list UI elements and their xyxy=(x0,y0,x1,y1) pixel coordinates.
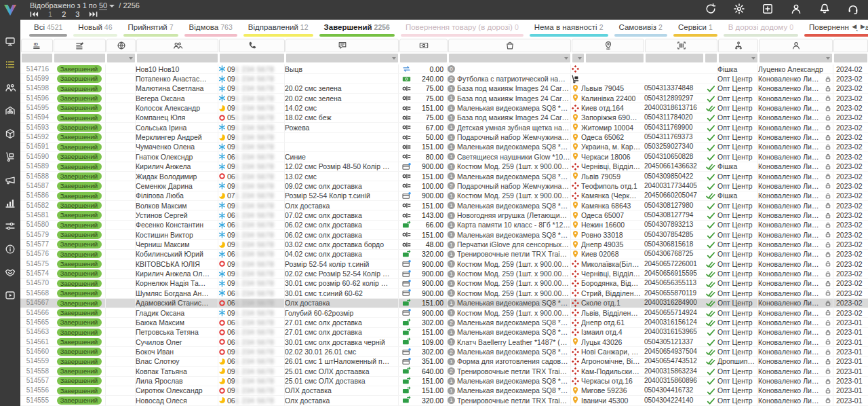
column-header-date[interactable] xyxy=(833,39,868,52)
page-button-3[interactable]: 3 xyxy=(75,10,79,18)
table-row[interactable]: 514560ЗавершенийБокоч Иван091 234 567802… xyxy=(20,347,868,356)
table-row[interactable]: 514561ЗавершенийСучилов Олег061 234 5678… xyxy=(20,337,868,347)
tab-самовивіз[interactable]: Самовивіз2 xyxy=(614,20,668,38)
table-row[interactable]: 514588ЗавершенийЖидак Володимир061 234 5… xyxy=(20,172,868,181)
account-button[interactable] xyxy=(789,2,803,16)
table-row[interactable]: 514598ЗавершенийМалютина Светлана091 234… xyxy=(20,84,868,94)
column-header-ttn[interactable] xyxy=(645,39,717,52)
column-header-manager[interactable] xyxy=(759,39,833,52)
table-row[interactable]: 514570ЗавершенийКорнелюк Надія Та…091 23… xyxy=(20,279,868,289)
column-header-comment[interactable] xyxy=(285,39,399,52)
table-row[interactable]: 514599ЗавершенийПотапенко Анастас…091 23… xyxy=(20,74,868,84)
column-header-product[interactable] xyxy=(448,39,571,52)
tab-новый[interactable]: Новый46 xyxy=(73,20,117,38)
column-header-status[interactable] xyxy=(54,39,106,52)
table-row[interactable]: 514580ЗавершенийФесенко Константин061 23… xyxy=(20,221,868,230)
sidebar-item-statistics[interactable] xyxy=(0,191,20,215)
page-button-1[interactable]: 1 xyxy=(48,10,52,18)
last-page-button[interactable] xyxy=(89,11,98,18)
table-row[interactable]: 514579ЗавершенийКостишин Виктор091 234 5… xyxy=(20,230,868,240)
sidebar-item-warehouse[interactable] xyxy=(0,99,20,122)
refresh-button[interactable] xyxy=(704,2,717,16)
tab-сервіси[interactable]: Сервіси1 xyxy=(673,20,718,38)
table-row[interactable]: 514555ЗавершенийНовосад Олеся061 234 567… xyxy=(20,396,868,405)
page-button-2[interactable]: 2 xyxy=(62,10,66,18)
add-square-button[interactable] xyxy=(761,2,774,16)
table-row[interactable]: 514594ЗавершенийКомпанец Юля051 234 5678… xyxy=(20,113,868,123)
filter-input[interactable] xyxy=(719,54,757,62)
filter-input[interactable] xyxy=(220,54,284,62)
sidebar-item-dashboard[interactable] xyxy=(0,30,20,53)
column-header-money[interactable] xyxy=(399,39,448,52)
column-header-fulfillment[interactable] xyxy=(718,39,758,52)
table-row[interactable]: 514577ЗавершенийЧерниш Максим091 234 567… xyxy=(20,240,868,249)
table-row[interactable]: 514565ЗавершенийБаюка Максим061 234 5678… xyxy=(20,318,868,327)
app-logo-icon[interactable] xyxy=(0,0,20,20)
table-row[interactable]: 514586ЗавершенийФіліпова Люба071 234 567… xyxy=(20,191,868,201)
table-row[interactable]: 514575ЗавершенийКВІТОВСЬКА ЮЛІЯ091 234 5… xyxy=(20,259,868,269)
filter-input[interactable] xyxy=(54,54,105,62)
table-row[interactable]: 514574ЗавершенийКирилич Анжела Ол…091 23… xyxy=(20,270,868,279)
filter-input[interactable] xyxy=(572,54,584,62)
table-row[interactable]: 514567ЗавершенийАдамовский Станис…061 23… xyxy=(20,299,868,308)
table-row[interactable]: 514566ЗавершенийГладик Оксана091 234 567… xyxy=(20,308,868,318)
filter-input[interactable] xyxy=(586,54,644,62)
page-size-select[interactable]: 50 xyxy=(99,1,107,10)
table-row[interactable]: 514559ЗавершенийВлас Слотюу061 234 56782… xyxy=(20,357,868,367)
filter-input[interactable] xyxy=(705,54,717,62)
tab-в-дорозі-додому[interactable]: В дорозі додому0 xyxy=(723,20,799,38)
tab-повернення-товару-в-дорозі-[interactable]: Повернення товару (в дорозі)0 xyxy=(400,20,524,38)
tab-прийнятий[interactable]: Прийнятий7 xyxy=(123,20,179,38)
sidebar-item-partners[interactable] xyxy=(0,261,20,284)
filter-input[interactable] xyxy=(286,54,398,62)
table-row[interactable]: 514563ЗавершенийПетровська Тетяна061 234… xyxy=(20,328,868,337)
table-row[interactable]: 514590ЗавершенийГнатюк Олексндр061 234 5… xyxy=(20,152,868,162)
gear-button[interactable] xyxy=(732,2,746,16)
sidebar-item-video-help[interactable] xyxy=(0,284,20,307)
column-header-phone[interactable] xyxy=(219,39,285,52)
table-row[interactable]: 514557ЗавершенийЛила Ярослав091 234 5678… xyxy=(20,377,868,386)
headset-button[interactable] xyxy=(846,2,860,16)
table-row[interactable]: 514576ЗавершенийКобилинський Юрий061 234… xyxy=(20,250,868,259)
filter-input[interactable] xyxy=(107,54,135,62)
sidebar-item-orders[interactable] xyxy=(0,53,20,76)
table-row[interactable]: 514558ЗавершенийКовпак Татьяна091 234 56… xyxy=(20,367,868,376)
filter-input[interactable] xyxy=(137,54,218,62)
first-page-button[interactable] xyxy=(30,11,39,18)
tab-відправлений[interactable]: Відправлений12 xyxy=(243,20,314,38)
filter-input[interactable] xyxy=(834,54,867,62)
table-row[interactable]: 514595ЗавершенийКолосок Александр091 234… xyxy=(20,103,868,113)
tab-всі[interactable]: Всі4521 xyxy=(28,20,68,38)
filter-input[interactable] xyxy=(646,54,703,62)
sidebar-item-products[interactable] xyxy=(0,122,20,145)
filter-input[interactable] xyxy=(449,54,570,62)
table-row[interactable]: 514593ЗавершенийСольська Ірина091 234 56… xyxy=(20,123,868,132)
tab-scroll-right-icon[interactable]: ▶ xyxy=(861,23,865,30)
table-row[interactable]: 514587ЗавершенийСеменюк Дарина091 234 56… xyxy=(20,181,868,191)
table-row[interactable]: 514568ЗавершенийШумляс Богдана Ан…061 23… xyxy=(20,289,868,298)
filter-input[interactable] xyxy=(760,54,832,62)
tab-відмова[interactable]: Відмова763 xyxy=(184,20,238,38)
table-row[interactable]: 514556ЗавершенийСиротюк Олександр091 234… xyxy=(20,386,868,396)
sidebar-item-procurement[interactable] xyxy=(0,145,20,168)
column-header-delivery[interactable] xyxy=(572,39,644,52)
table-row[interactable]: 514589ЗавершенийКирилич Анжела091 234 56… xyxy=(20,162,868,172)
table-row[interactable]: 514716ЗавершенийНов10 Нов10091 234 5678В… xyxy=(20,64,868,74)
column-header-name[interactable] xyxy=(136,39,218,52)
table-row[interactable]: 514582ЗавершенийВолков Максим091 234 567… xyxy=(20,201,868,210)
filter-input[interactable] xyxy=(400,54,447,62)
table-row[interactable]: 514581ЗавершенийУстинов Сергей061 234 56… xyxy=(20,210,868,220)
table-row[interactable]: 514591ЗавершенийЧумаченко Олена091 234 5… xyxy=(20,143,868,152)
sidebar-item-clients[interactable] xyxy=(0,76,20,99)
table-row[interactable]: 514596ЗавершенийВегера Оксана091 234 567… xyxy=(20,94,868,103)
sidebar-item-marketing[interactable] xyxy=(0,168,20,191)
column-header-flag[interactable] xyxy=(106,39,136,52)
sidebar-item-info[interactable] xyxy=(0,238,20,261)
column-header-id[interactable]: ID xyxy=(21,39,53,52)
sidebar-item-settings[interactable] xyxy=(0,215,20,238)
tab-нема-в-наявності[interactable]: Нема в наявності2 xyxy=(529,20,609,38)
tab-scroll-left-icon[interactable]: ◀ xyxy=(852,23,856,30)
bell-button[interactable] xyxy=(818,2,831,16)
tab-завершений[interactable]: Завершений2256 xyxy=(319,20,395,38)
table-row[interactable]: 514592ЗавершенийМерклингер Андрей091 234… xyxy=(20,133,868,143)
